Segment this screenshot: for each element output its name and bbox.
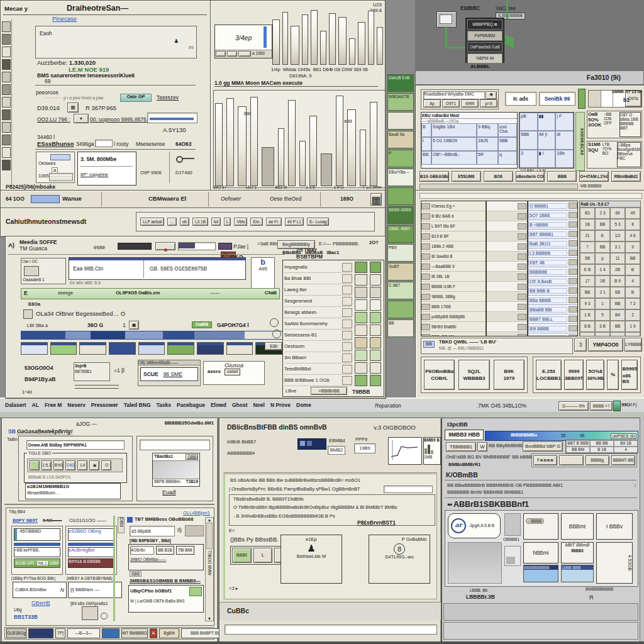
blue-row[interactable]: B =BBBB	[528, 220, 577, 230]
vertical-bar[interactable]	[358, 22, 365, 65]
striped-row[interactable]	[487, 332, 527, 336]
blue-row[interactable]: L3 BBBBB	[528, 248, 577, 258]
tall-card[interactable]: 4.53GB	[596, 542, 633, 584]
action-button[interactable]: O+4TAM.L1%G6	[579, 171, 609, 182]
group-cell[interactable]: 4	[614, 447, 638, 453]
thumb-cell[interactable]	[370, 262, 381, 273]
taskbar-thumb[interactable]: GLB1BGg	[6, 628, 26, 638]
window-thumbnail[interactable]	[21, 342, 48, 355]
menu-item[interactable]: Elowd	[211, 402, 226, 408]
row-button-1[interactable]: TBBtBBB1	[446, 442, 476, 452]
blue-row[interactable]: 2M B	[528, 333, 577, 336]
promo-card-2[interactable]: eS2B6O OBmg eAcBrntgBel B9%1& B.EBSB6	[65, 526, 117, 575]
group-cell[interactable]: BB BB	[590, 440, 614, 447]
half-card[interactable]	[504, 513, 521, 536]
thumb-cell[interactable]	[370, 325, 381, 336]
window-thumbnail[interactable]	[79, 342, 106, 355]
effect-row[interactable]: Oesbsom	[284, 341, 352, 352]
grid-cell[interactable]: 1B	[580, 219, 595, 230]
list-row[interactable]: 1BBk 2 4BB	[421, 242, 486, 252]
striped-row[interactable]	[487, 282, 527, 292]
grid-cell[interactable]: 2 1	[595, 287, 610, 298]
thumb-cell[interactable]	[370, 362, 381, 374]
tassszev-link[interactable]: Tassszev	[157, 94, 179, 101]
thumb-cell[interactable]	[355, 312, 367, 323]
logo-card[interactable]: ar -3pgA.A.5.B B	[448, 513, 501, 538]
action-button[interactable]: sBeedarm COMSB	[516, 171, 545, 182]
oll-link[interactable]: OLL4BBpm1	[183, 511, 210, 516]
toolbar-button[interactable]: LLP aelsal	[140, 218, 164, 226]
thumb-cell[interactable]	[355, 262, 367, 273]
vertical-bar[interactable]	[368, 11, 375, 65]
list-row[interactable]: —BaaBBB 9	[421, 262, 486, 272]
striped-row[interactable]	[487, 211, 527, 221]
tiny-button[interactable]	[238, 51, 251, 57]
vertical-bar[interactable]	[215, 103, 223, 186]
effect-row[interactable]: SaAbd Bommserehy	[284, 318, 352, 330]
toolbar-button[interactable]: ae Fr.	[266, 218, 282, 226]
card-8[interactable]: hBBmi	[523, 542, 558, 564]
dropdown-button[interactable]: ▾	[74, 114, 89, 123]
menu-item[interactable]: Noel	[253, 402, 264, 408]
table-cell[interactable]: pB	[519, 113, 538, 131]
checkbox-button[interactable]: ▣	[129, 321, 139, 330]
list-row[interactable]: L B9T lBs BF	[421, 221, 486, 231]
menu-item[interactable]: Free M	[45, 402, 62, 408]
grid-cell[interactable]: 1B	[595, 275, 610, 287]
field-b-value[interactable]: 19B9	[354, 443, 375, 453]
grid-cell[interactable]: 2B	[610, 264, 625, 275]
strip-icon-button[interactable]: ▦	[370, 193, 382, 206]
striped-row[interactable]	[487, 262, 527, 272]
field-a-value[interactable]: BMB2	[328, 446, 345, 455]
green-cell[interactable]: WBGASTB	[387, 93, 414, 111]
blue-input[interactable]	[31, 195, 60, 203]
rail-tool-icon[interactable]	[2, 34, 11, 45]
vertical-bar[interactable]	[238, 106, 247, 186]
flow-node-row[interactable]: OaPaaeta6 GaB	[467, 42, 502, 52]
toolbar-cell[interactable]	[30, 460, 40, 470]
blue-thumb-2[interactable]: Q|BB BBB	[561, 565, 594, 582]
green-cell[interactable]: BBBB ABBS	[387, 206, 414, 224]
striped-button[interactable]	[49, 173, 73, 181]
table-cell[interactable]: ▮ l	[538, 150, 556, 168]
window-thumbnail[interactable]	[138, 342, 165, 355]
toolbar-cell[interactable]: D9G	[65, 460, 75, 470]
thumb-cell[interactable]	[370, 375, 381, 386]
window-thumbnail[interactable]	[50, 342, 77, 355]
table-cell[interactable]: | F	[555, 113, 574, 131]
menu-item[interactable]: Pacebague	[177, 402, 205, 408]
table-cell[interactable]: 5R	[477, 151, 498, 165]
scroll-hint-icon[interactable]: ↕	[634, 483, 636, 489]
rail-tool-icon[interactable]	[2, 59, 11, 70]
effect-row[interactable]: Sesgererwnd	[284, 296, 352, 307]
mouse-icon[interactable]	[270, 318, 279, 327]
table-cell[interactable]: l	[421, 137, 431, 151]
table-cell[interactable]: 3	[519, 150, 538, 168]
action-button[interactable]: B1G GBEASBq	[419, 171, 449, 182]
vertical-bar[interactable]	[278, 128, 284, 186]
grid-cell[interactable]: 4B	[595, 332, 610, 336]
thumb-cell[interactable]	[370, 274, 381, 286]
rail-tool-icon[interactable]	[2, 72, 11, 82]
action-button[interactable]: BBB	[547, 171, 577, 182]
list-row[interactable]: Bl 3awBd B	[421, 252, 486, 262]
grid-cell[interactable]: 49	[625, 208, 640, 219]
ded-tab[interactable]: DBd	[118, 517, 125, 533]
toolbar-button[interactable]: VMs	[234, 218, 247, 226]
framed-button[interactable]: BBBBg	[586, 455, 609, 465]
toolbar-button[interactable]: O9T1	[442, 99, 460, 108]
effect-row[interactable]: Besegs abbeet-	[284, 307, 352, 318]
blue-row[interactable]: BBaBB BBl	[528, 305, 577, 314]
grid-cell[interactable]: 11	[610, 253, 625, 264]
grid-button[interactable]: ▦	[67, 103, 79, 113]
vertical-bar[interactable]	[272, 19, 280, 65]
scroll-thumb[interactable]	[206, 523, 213, 549]
grid-cell[interactable]: 7	[580, 242, 595, 253]
table-cell[interactable]: cod Cba	[498, 123, 517, 137]
teal-button[interactable]: Oale GP	[120, 94, 152, 102]
vertical-bar[interactable]	[338, 17, 347, 65]
paint-card[interactable]: b A95	[251, 257, 275, 289]
preview-card[interactable]: TBastBs1 GBB 5BPB BBBBm- T1B19	[152, 453, 200, 487]
toolbar-button[interactable]: 49 P L1	[285, 218, 304, 226]
dialog-preview-1[interactable]: OB| bBBeeBBgBl—— SCUE 96 SME	[138, 360, 201, 386]
